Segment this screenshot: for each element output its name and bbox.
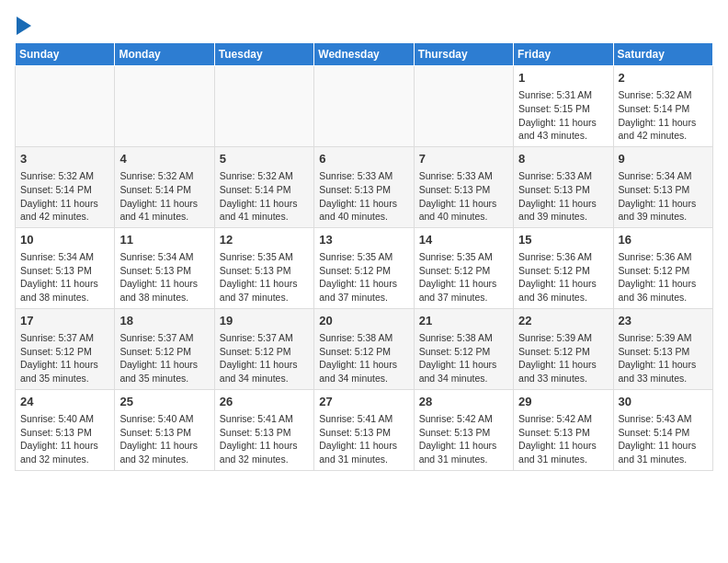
calendar-cell: 6Sunrise: 5:33 AM Sunset: 5:13 PM Daylig… <box>314 146 414 227</box>
calendar-cell: 15Sunrise: 5:36 AM Sunset: 5:12 PM Dayli… <box>514 227 613 308</box>
calendar-day-header: Saturday <box>613 43 712 66</box>
calendar-day-header: Friday <box>514 43 613 66</box>
calendar-cell: 14Sunrise: 5:35 AM Sunset: 5:12 PM Dayli… <box>414 227 513 308</box>
calendar-cell <box>314 66 414 147</box>
calendar-day-header: Wednesday <box>314 43 414 66</box>
calendar-cell: 10Sunrise: 5:34 AM Sunset: 5:13 PM Dayli… <box>16 227 115 308</box>
day-info: Sunrise: 5:41 AM Sunset: 5:13 PM Dayligh… <box>220 413 298 465</box>
day-number: 11 <box>119 232 209 248</box>
day-info: Sunrise: 5:36 AM Sunset: 5:12 PM Dayligh… <box>518 251 597 303</box>
day-number: 4 <box>119 151 209 167</box>
calendar-week-row: 3Sunrise: 5:32 AM Sunset: 5:14 PM Daylig… <box>16 146 713 227</box>
calendar-cell: 16Sunrise: 5:36 AM Sunset: 5:12 PM Dayli… <box>613 227 712 308</box>
day-info: Sunrise: 5:32 AM Sunset: 5:14 PM Dayligh… <box>220 170 298 222</box>
calendar-cell: 19Sunrise: 5:37 AM Sunset: 5:12 PM Dayli… <box>214 308 313 389</box>
day-info: Sunrise: 5:32 AM Sunset: 5:14 PM Dayligh… <box>619 89 697 141</box>
day-number: 18 <box>119 313 209 329</box>
day-number: 17 <box>20 313 109 329</box>
day-info: Sunrise: 5:37 AM Sunset: 5:12 PM Dayligh… <box>220 332 298 384</box>
day-number: 6 <box>319 151 408 167</box>
calendar-cell: 18Sunrise: 5:37 AM Sunset: 5:12 PM Dayli… <box>115 308 214 389</box>
day-number: 26 <box>220 394 309 410</box>
day-info: Sunrise: 5:43 AM Sunset: 5:14 PM Dayligh… <box>619 413 697 465</box>
calendar-cell: 27Sunrise: 5:41 AM Sunset: 5:13 PM Dayli… <box>314 389 414 470</box>
calendar-cell: 22Sunrise: 5:39 AM Sunset: 5:12 PM Dayli… <box>514 308 613 389</box>
day-number: 19 <box>220 313 309 329</box>
day-number: 27 <box>319 394 408 410</box>
calendar-cell <box>16 66 115 147</box>
calendar-cell: 29Sunrise: 5:42 AM Sunset: 5:13 PM Dayli… <box>514 389 613 470</box>
day-number: 16 <box>619 232 708 248</box>
day-info: Sunrise: 5:35 AM Sunset: 5:12 PM Dayligh… <box>419 251 497 303</box>
calendar-cell: 26Sunrise: 5:41 AM Sunset: 5:13 PM Dayli… <box>214 389 313 470</box>
day-info: Sunrise: 5:38 AM Sunset: 5:12 PM Dayligh… <box>419 332 497 384</box>
calendar-cell: 3Sunrise: 5:32 AM Sunset: 5:14 PM Daylig… <box>16 146 115 227</box>
day-info: Sunrise: 5:33 AM Sunset: 5:13 PM Dayligh… <box>419 170 497 222</box>
day-number: 23 <box>619 313 708 329</box>
day-info: Sunrise: 5:32 AM Sunset: 5:14 PM Dayligh… <box>119 170 198 222</box>
day-info: Sunrise: 5:37 AM Sunset: 5:12 PM Dayligh… <box>119 332 198 384</box>
calendar-cell: 5Sunrise: 5:32 AM Sunset: 5:14 PM Daylig… <box>214 146 313 227</box>
calendar-week-row: 24Sunrise: 5:40 AM Sunset: 5:13 PM Dayli… <box>16 389 713 470</box>
calendar-cell: 21Sunrise: 5:38 AM Sunset: 5:12 PM Dayli… <box>414 308 513 389</box>
day-info: Sunrise: 5:40 AM Sunset: 5:13 PM Dayligh… <box>119 413 198 465</box>
calendar-day-header: Sunday <box>16 43 115 66</box>
calendar-cell: 24Sunrise: 5:40 AM Sunset: 5:13 PM Dayli… <box>16 389 115 470</box>
calendar-header-row: SundayMondayTuesdayWednesdayThursdayFrid… <box>16 43 713 66</box>
calendar-day-header: Monday <box>115 43 214 66</box>
day-number: 28 <box>419 394 508 410</box>
calendar-week-row: 17Sunrise: 5:37 AM Sunset: 5:12 PM Dayli… <box>16 308 713 389</box>
day-info: Sunrise: 5:42 AM Sunset: 5:13 PM Dayligh… <box>518 413 597 465</box>
day-number: 22 <box>518 313 608 329</box>
day-number: 14 <box>419 232 508 248</box>
logo-arrow-icon <box>17 17 31 35</box>
calendar-cell: 9Sunrise: 5:34 AM Sunset: 5:13 PM Daylig… <box>613 146 712 227</box>
calendar-day-header: Thursday <box>414 43 513 66</box>
calendar-cell: 25Sunrise: 5:40 AM Sunset: 5:13 PM Dayli… <box>115 389 214 470</box>
calendar-day-header: Tuesday <box>214 43 313 66</box>
day-number: 9 <box>619 151 708 167</box>
day-number: 24 <box>20 394 109 410</box>
day-number: 15 <box>518 232 608 248</box>
day-number: 29 <box>518 394 608 410</box>
day-info: Sunrise: 5:34 AM Sunset: 5:13 PM Dayligh… <box>619 170 697 222</box>
day-number: 8 <box>518 151 608 167</box>
day-info: Sunrise: 5:34 AM Sunset: 5:13 PM Dayligh… <box>119 251 198 303</box>
day-info: Sunrise: 5:39 AM Sunset: 5:13 PM Dayligh… <box>619 332 697 384</box>
day-number: 2 <box>619 70 708 86</box>
day-number: 1 <box>518 70 608 86</box>
day-info: Sunrise: 5:34 AM Sunset: 5:13 PM Dayligh… <box>20 251 98 303</box>
day-number: 20 <box>319 313 408 329</box>
page-header <box>15 15 713 35</box>
calendar-cell: 2Sunrise: 5:32 AM Sunset: 5:14 PM Daylig… <box>613 66 712 147</box>
calendar-cell: 8Sunrise: 5:33 AM Sunset: 5:13 PM Daylig… <box>514 146 613 227</box>
day-number: 10 <box>20 232 109 248</box>
calendar-cell: 17Sunrise: 5:37 AM Sunset: 5:12 PM Dayli… <box>16 308 115 389</box>
calendar-cell: 7Sunrise: 5:33 AM Sunset: 5:13 PM Daylig… <box>414 146 513 227</box>
day-info: Sunrise: 5:35 AM Sunset: 5:12 PM Dayligh… <box>319 251 397 303</box>
day-number: 7 <box>419 151 508 167</box>
day-number: 3 <box>20 151 109 167</box>
day-info: Sunrise: 5:40 AM Sunset: 5:13 PM Dayligh… <box>20 413 98 465</box>
day-info: Sunrise: 5:42 AM Sunset: 5:13 PM Dayligh… <box>419 413 497 465</box>
calendar-cell: 11Sunrise: 5:34 AM Sunset: 5:13 PM Dayli… <box>115 227 214 308</box>
day-number: 21 <box>419 313 508 329</box>
calendar-week-row: 10Sunrise: 5:34 AM Sunset: 5:13 PM Dayli… <box>16 227 713 308</box>
calendar-cell <box>414 66 513 147</box>
day-number: 25 <box>119 394 209 410</box>
day-info: Sunrise: 5:39 AM Sunset: 5:12 PM Dayligh… <box>518 332 597 384</box>
logo <box>15 15 31 35</box>
day-info: Sunrise: 5:32 AM Sunset: 5:14 PM Dayligh… <box>20 170 98 222</box>
day-info: Sunrise: 5:31 AM Sunset: 5:15 PM Dayligh… <box>518 89 597 141</box>
day-info: Sunrise: 5:36 AM Sunset: 5:12 PM Dayligh… <box>619 251 697 303</box>
calendar-cell: 13Sunrise: 5:35 AM Sunset: 5:12 PM Dayli… <box>314 227 414 308</box>
day-info: Sunrise: 5:33 AM Sunset: 5:13 PM Dayligh… <box>518 170 597 222</box>
calendar-cell <box>115 66 214 147</box>
day-number: 12 <box>220 232 309 248</box>
day-info: Sunrise: 5:38 AM Sunset: 5:12 PM Dayligh… <box>319 332 397 384</box>
calendar-cell <box>214 66 313 147</box>
day-info: Sunrise: 5:37 AM Sunset: 5:12 PM Dayligh… <box>20 332 98 384</box>
day-number: 13 <box>319 232 408 248</box>
calendar-cell: 30Sunrise: 5:43 AM Sunset: 5:14 PM Dayli… <box>613 389 712 470</box>
calendar-table: SundayMondayTuesdayWednesdayThursdayFrid… <box>15 42 713 471</box>
